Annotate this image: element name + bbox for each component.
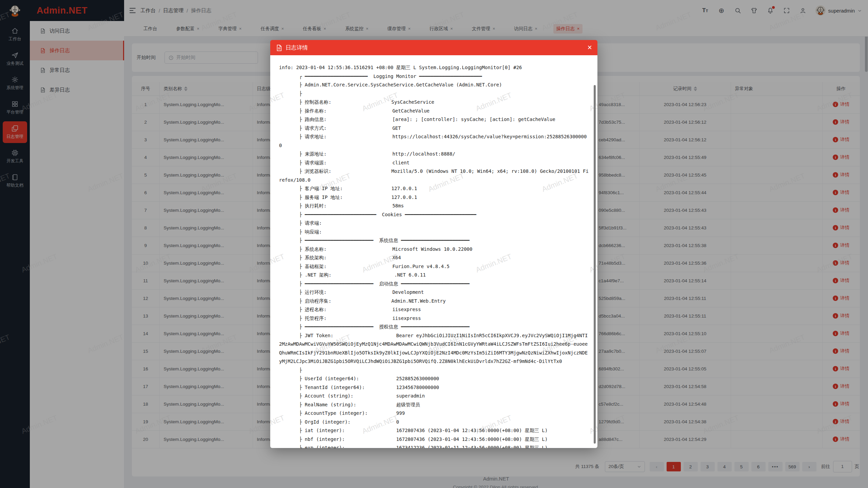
modal-title: 日志详情 bbox=[285, 44, 308, 52]
close-icon[interactable]: × bbox=[588, 43, 592, 52]
modal-header: 日志详情 × bbox=[270, 40, 597, 55]
log-detail-modal: 日志详情 × info: 2023-01-04 12:55:36.1516291… bbox=[270, 40, 597, 448]
document-icon bbox=[276, 44, 282, 51]
app-screen: Admin.NET 工作台业务测试系统管理平台管理日志管理开发工具帮助文档 访问… bbox=[0, 0, 868, 488]
modal-scrollbar[interactable] bbox=[594, 85, 596, 444]
modal-body: info: 2023-01-04 12:55:36.1516291 +08:00… bbox=[270, 55, 597, 448]
log-text: info: 2023-01-04 12:55:36.1516291 +08:00… bbox=[270, 55, 597, 448]
